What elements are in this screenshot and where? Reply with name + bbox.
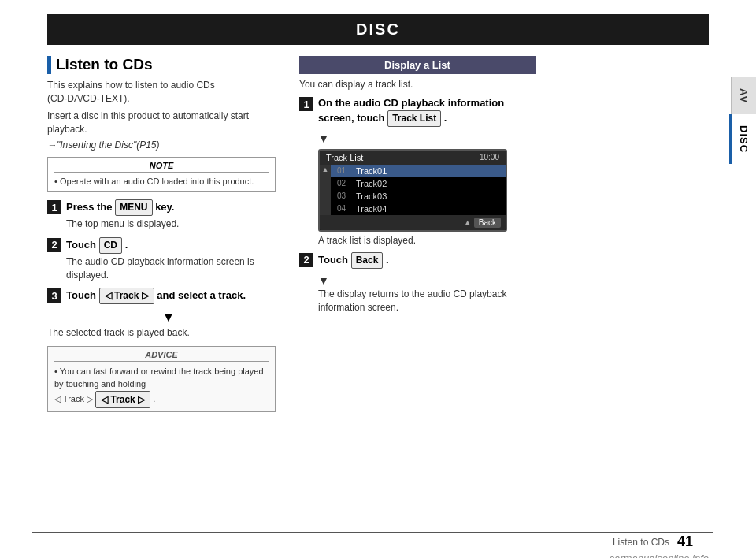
step-2-text: Touch CD . [66, 237, 276, 254]
advice-content: • You can fast forward or rewind the tra… [54, 365, 269, 408]
step-1-content: Press the MENU key. The top menu is disp… [66, 199, 276, 231]
page-header: DISC [47, 14, 709, 45]
right-step-2-number: 2 [299, 253, 313, 267]
screen-scroll-bar: ▲ [320, 165, 331, 215]
screen-row: 02 Track02 [331, 177, 506, 190]
arrow-ref-text: →"Inserting the Disc"(P15) [47, 140, 276, 151]
row-num: 01 [337, 166, 351, 175]
display-intro: You can display a track list. [299, 79, 536, 90]
footer-label: Listen to CDs [613, 537, 669, 548]
row-label: Track03 [356, 192, 387, 201]
right-column: Display a List You can display a track l… [291, 56, 536, 412]
right-step-1-content: On the audio CD playback information scr… [318, 96, 536, 127]
right-step-1: 1 On the audio CD playback information s… [299, 96, 536, 127]
step-2: 2 Touch CD . The audio CD playback infor… [47, 237, 276, 281]
bottom-line [32, 532, 713, 533]
selected-text: The selected track is played back. [47, 326, 276, 340]
right-step-1-text: On the audio CD playback information scr… [318, 96, 536, 127]
section-title-listen: Listen to CDs [47, 56, 276, 74]
screen-nav: ▲ 01 Track01 02 Track02 03 Tr [320, 165, 506, 215]
step-1: 1 Press the MENU key. The top menu is di… [47, 199, 276, 231]
step-2-number: 2 [47, 238, 61, 252]
right-step-2-text: Touch Back . [318, 252, 536, 269]
sidebar-tab-av[interactable]: AV [731, 77, 756, 114]
right-step-1-number: 1 [299, 97, 313, 111]
note-title: NOTE [54, 161, 269, 173]
bottom-bar: Listen to CDs 41 [0, 534, 756, 550]
right-sidebar: AV DISC [715, 14, 756, 558]
step-3-number: 3 [47, 288, 61, 303]
screen-header: Track List 10:00 [320, 151, 506, 165]
display-list-header: Display a List [299, 56, 536, 74]
menu-key-button[interactable]: MENU [115, 199, 152, 216]
row-num: 02 [337, 179, 351, 188]
cd-button[interactable]: CD [99, 237, 122, 254]
right-step-2-content: Touch Back . [318, 252, 536, 269]
left-column: Listen to CDs This explains how to liste… [47, 56, 291, 412]
step-3-content: Touch ◁ Track ▷ and select a track. [66, 288, 276, 304]
watermark: carmanualsonline.info [610, 552, 709, 558]
section-heading: Listen to CDs [56, 56, 276, 74]
scroll-down-arrow: ▲ [464, 219, 471, 226]
screen-list: 01 Track01 02 Track02 03 Track03 04 [331, 165, 506, 215]
track-list-screen: Track List 10:00 ▲ 01 Track01 02 [318, 149, 507, 232]
down-arrow-right-2: ▼ [299, 275, 536, 286]
advice-box: ADVICE • You can fast forward or rewind … [47, 346, 276, 412]
step-3-text: Touch ◁ Track ▷ and select a track. [66, 288, 276, 304]
back-button-screen[interactable]: Back [474, 218, 501, 228]
return-text: The display returns to the audio CD play… [318, 288, 536, 314]
screen-footer: ▲ Back [320, 215, 506, 230]
scroll-up-arrow: ▲ [322, 166, 329, 173]
row-num: 04 [337, 204, 351, 213]
down-arrow-right-1: ▼ [299, 133, 536, 144]
step-2-content: Touch CD . The audio CD playback informa… [66, 237, 276, 281]
note-box: NOTE • Operate with an audio CD loaded i… [47, 157, 276, 192]
advice-title: ADVICE [54, 350, 269, 362]
down-arrow-1: ▼ [47, 311, 276, 325]
row-num: 03 [337, 192, 351, 200]
track-button[interactable]: ◁ Track ▷ [99, 288, 154, 304]
header-title: DISC [356, 20, 400, 38]
row-label: Track04 [356, 204, 387, 214]
screen-title: Track List [326, 153, 363, 162]
insert-text: Insert a disc in this product to automat… [47, 110, 276, 136]
page-number: 41 [677, 534, 693, 550]
right-step-2: 2 Touch Back . [299, 252, 536, 269]
track-list-button[interactable]: Track List [387, 110, 441, 127]
screen-row: 01 Track01 [331, 165, 506, 177]
step-2-sub: The audio CD playback information screen… [66, 255, 276, 282]
page-container: DISC Listen to CDs This explains how to … [0, 14, 756, 558]
intro-text: This explains how to listen to audio CDs… [47, 79, 276, 106]
step-3: 3 Touch ◁ Track ▷ and select a track. [47, 288, 276, 304]
back-button[interactable]: Back [351, 252, 384, 269]
screen-row: 03 Track03 [331, 190, 506, 203]
screen-time: 10:00 [480, 153, 499, 162]
step-1-sub: The top menu is displayed. [66, 218, 276, 231]
track-listed-text: A track list is displayed. [318, 235, 536, 246]
screen-row: 04 Track04 [331, 203, 506, 215]
main-content: Listen to CDs This explains how to liste… [47, 45, 709, 412]
step-1-number: 1 [47, 200, 61, 214]
step-1-text: Press the MENU key. [66, 199, 276, 216]
note-content: • Operate with an audio CD loaded into t… [54, 176, 269, 188]
row-label: Track02 [356, 179, 387, 188]
sidebar-tab-disc[interactable]: DISC [729, 114, 756, 164]
row-label: Track01 [356, 166, 387, 176]
advice-track-button[interactable]: ◁ Track ▷ [95, 391, 150, 408]
